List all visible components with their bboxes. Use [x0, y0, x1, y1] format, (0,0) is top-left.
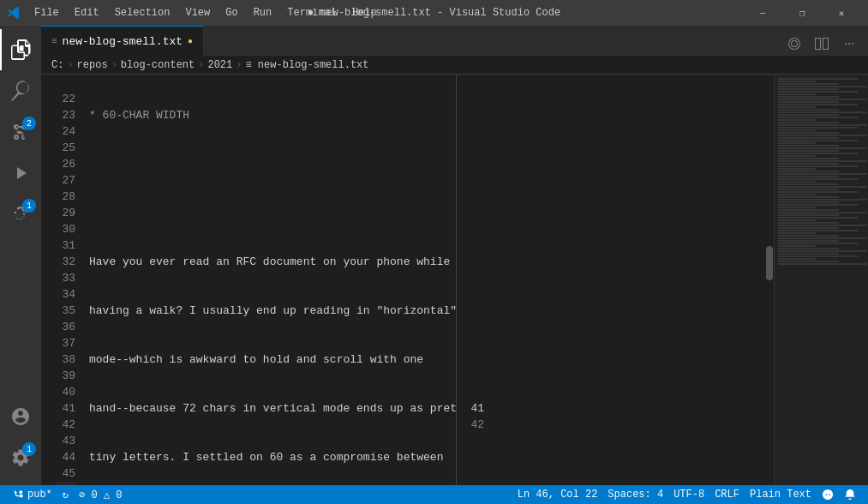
mm-line [778, 127, 858, 129]
scrollbar-thumb[interactable] [766, 246, 773, 280]
activity-account[interactable] [0, 396, 41, 437]
minimap[interactable] [774, 75, 868, 485]
mm-line [778, 147, 867, 149]
mm-line [778, 225, 867, 226]
extensions-badge: 1 [22, 199, 36, 213]
menu-view[interactable]: View [178, 5, 217, 21]
source-control-badge: 2 [22, 117, 36, 130]
menu-edit[interactable]: Edit [68, 5, 106, 21]
code-line-24: Have you ever read an RFC document on yo… [89, 254, 449, 270]
mm-line [778, 199, 867, 201]
bell-icon [844, 489, 856, 501]
mm-line [778, 158, 839, 159]
mm-line [778, 243, 858, 244]
breadcrumb-2021[interactable]: 2021 [207, 59, 232, 71]
window-title: ● new-blog-smell.txt - Visual Studio Cod… [308, 7, 560, 19]
menu-file[interactable]: File [27, 5, 66, 21]
status-errors[interactable]: ⊘ 0 △ 0 [74, 485, 127, 504]
mm-line [778, 245, 816, 247]
mm-line [778, 263, 867, 265]
mm-line [778, 196, 839, 198]
tab-actions [782, 32, 868, 56]
status-notifications[interactable] [839, 485, 861, 504]
mm-line [778, 207, 816, 208]
window-controls: — ❐ ✕ [743, 0, 861, 26]
mm-line [778, 258, 816, 260]
breadcrumb-blog-content[interactable]: blog-content [121, 59, 195, 71]
mm-line [778, 114, 839, 116]
activity-search[interactable] [0, 70, 41, 111]
status-position-label: Ln 46, Col 22 [518, 489, 598, 501]
status-branch[interactable]: pub* [7, 485, 57, 504]
status-feedback[interactable] [817, 485, 839, 504]
mm-line [778, 186, 867, 188]
mm-line [778, 183, 839, 185]
mm-line [778, 214, 839, 216]
second-pane: 41 42 [457, 75, 765, 485]
mm-line [778, 104, 858, 105]
activity-settings[interactable]: 1 [0, 437, 41, 478]
more-actions-icon[interactable] [837, 32, 861, 56]
tab-icon: ≡ [51, 36, 57, 46]
remote-icon[interactable] [782, 32, 806, 56]
mm-line [778, 106, 816, 108]
minimap-content [775, 75, 868, 485]
mm-line [778, 255, 858, 257]
mm-line [778, 91, 858, 93]
mm-line [778, 150, 839, 152]
title-bar: File Edit Selection View Go Run Terminal… [0, 0, 868, 26]
breadcrumb-repos[interactable]: repos [77, 59, 108, 71]
mm-line [778, 135, 867, 136]
breadcrumb-sep3: › [198, 59, 204, 71]
menu-run[interactable]: Run [247, 5, 279, 21]
activity-run[interactable] [0, 153, 41, 194]
editor-scrollbar[interactable] [765, 75, 774, 485]
breadcrumb-filename[interactable]: ≡ new-blog-smell.txt [245, 59, 368, 71]
code-line-22 [89, 156, 449, 172]
mm-line [778, 124, 867, 126]
mm-line [778, 142, 816, 144]
menu-selection[interactable]: Selection [108, 5, 177, 21]
line-numbers: 22 23 24 25 26 27 28 29 30 31 32 33 34 3… [41, 75, 82, 485]
tab-bar: ≡ new-blog-smell.txt ● [41, 26, 868, 56]
mm-line [778, 111, 867, 113]
second-pane-code: [matchers that are placed](/content/2021… [491, 75, 765, 485]
activity-explorer[interactable] [0, 29, 41, 70]
status-encoding[interactable]: UTF-8 [668, 485, 709, 504]
status-sync[interactable]: ↻ [57, 485, 74, 504]
mm-line [778, 119, 816, 121]
minimize-button[interactable]: — [743, 0, 782, 26]
breadcrumb-drive[interactable]: C: [51, 59, 63, 71]
branch-icon [12, 489, 24, 501]
mm-line [778, 232, 816, 234]
code-area[interactable]: * 60-CHAR WIDTH Have you ever read an RF… [82, 75, 456, 485]
status-line-ending-label: CRLF [715, 489, 739, 501]
mm-line [778, 176, 839, 177]
active-tab[interactable]: ≡ new-blog-smell.txt ● [41, 26, 203, 56]
activity-source-control[interactable]: 2 [0, 111, 41, 153]
mm-line [778, 132, 839, 134]
editor-content[interactable]: 22 23 24 25 26 27 28 29 30 31 32 33 34 3… [41, 75, 868, 485]
breadcrumb-sep4: › [236, 59, 242, 71]
code-line-21: * 60-CHAR WIDTH [89, 107, 449, 123]
status-language[interactable]: Plain Text [745, 485, 817, 504]
status-sync-label: ↻ [63, 489, 69, 501]
close-button[interactable]: ✕ [822, 0, 861, 26]
status-line-ending[interactable]: CRLF [709, 485, 745, 504]
feedback-icon [822, 489, 834, 501]
layout-icon[interactable] [810, 32, 834, 56]
status-spaces[interactable]: Spaces: 4 [602, 485, 668, 504]
menu-go[interactable]: Go [218, 5, 244, 21]
maximize-button[interactable]: ❐ [782, 0, 822, 26]
mm-line [778, 212, 867, 213]
mm-line [778, 145, 839, 147]
second-pane-line-numbers: 41 42 [457, 75, 491, 485]
mm-line [778, 189, 839, 190]
mm-line [778, 219, 816, 221]
breadcrumb-sep2: › [111, 59, 117, 71]
activity-extensions[interactable]: 1 [0, 194, 41, 235]
mm-line [778, 101, 839, 103]
mm-line [778, 261, 839, 262]
mm-line [778, 83, 839, 85]
status-position[interactable]: Ln 46, Col 22 [512, 485, 603, 504]
